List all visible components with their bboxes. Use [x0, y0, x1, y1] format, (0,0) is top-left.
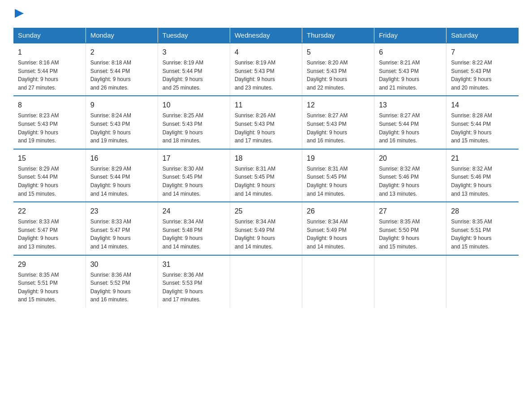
- weekday-header-monday: Monday: [86, 28, 158, 43]
- calendar-cell: [302, 255, 374, 308]
- calendar-cell: 25Sunrise: 8:34 AMSunset: 5:49 PMDayligh…: [230, 202, 302, 255]
- calendar-cell: 11Sunrise: 8:26 AMSunset: 5:43 PMDayligh…: [230, 96, 302, 149]
- calendar-header-row: SundayMondayTuesdayWednesdayThursdayFrid…: [13, 28, 519, 43]
- calendar-week-row: 8Sunrise: 8:23 AMSunset: 5:43 PMDaylight…: [13, 96, 519, 149]
- day-info: Sunrise: 8:27 AMSunset: 5:43 PMDaylight:…: [307, 111, 369, 145]
- weekday-header-sunday: Sunday: [13, 28, 86, 43]
- day-info: Sunrise: 8:26 AMSunset: 5:43 PMDaylight:…: [235, 111, 297, 145]
- day-info: Sunrise: 8:32 AMSunset: 5:46 PMDaylight:…: [379, 165, 442, 198]
- day-number: 6: [379, 47, 442, 58]
- calendar-cell: 23Sunrise: 8:33 AMSunset: 5:47 PMDayligh…: [86, 202, 158, 255]
- day-number: 9: [90, 100, 153, 111]
- calendar-cell: 19Sunrise: 8:31 AMSunset: 5:45 PMDayligh…: [302, 149, 374, 202]
- calendar-cell: [446, 255, 519, 308]
- day-number: 19: [307, 153, 369, 164]
- calendar-cell: 17Sunrise: 8:30 AMSunset: 5:45 PMDayligh…: [158, 149, 230, 202]
- day-number: 26: [307, 206, 369, 217]
- calendar-cell: 3Sunrise: 8:19 AMSunset: 5:44 PMDaylight…: [158, 43, 230, 96]
- day-info: Sunrise: 8:29 AMSunset: 5:44 PMDaylight:…: [18, 165, 81, 198]
- calendar-cell: 21Sunrise: 8:32 AMSunset: 5:46 PMDayligh…: [446, 149, 519, 202]
- calendar-cell: 10Sunrise: 8:25 AMSunset: 5:43 PMDayligh…: [158, 96, 230, 149]
- day-info: Sunrise: 8:32 AMSunset: 5:46 PMDaylight:…: [451, 165, 514, 198]
- day-info: Sunrise: 8:24 AMSunset: 5:43 PMDaylight:…: [90, 111, 153, 145]
- calendar-cell: 2Sunrise: 8:18 AMSunset: 5:44 PMDaylight…: [86, 43, 158, 96]
- day-number: 21: [451, 153, 514, 164]
- day-number: 5: [307, 47, 369, 58]
- calendar-table: SundayMondayTuesdayWednesdayThursdayFrid…: [13, 28, 519, 308]
- day-number: 24: [163, 206, 225, 217]
- calendar-cell: 5Sunrise: 8:20 AMSunset: 5:43 PMDaylight…: [302, 43, 374, 96]
- day-number: 28: [451, 206, 514, 217]
- logo: [13, 9, 25, 20]
- day-info: Sunrise: 8:29 AMSunset: 5:44 PMDaylight:…: [90, 165, 153, 198]
- day-number: 29: [18, 259, 81, 270]
- day-info: Sunrise: 8:19 AMSunset: 5:44 PMDaylight:…: [163, 59, 225, 92]
- calendar-cell: 13Sunrise: 8:27 AMSunset: 5:44 PMDayligh…: [374, 96, 446, 149]
- day-number: 15: [18, 153, 81, 164]
- page-header: [13, 9, 519, 20]
- calendar-cell: 30Sunrise: 8:36 AMSunset: 5:52 PMDayligh…: [86, 255, 158, 308]
- day-info: Sunrise: 8:21 AMSunset: 5:43 PMDaylight:…: [379, 59, 442, 92]
- calendar-cell: 29Sunrise: 8:35 AMSunset: 5:51 PMDayligh…: [13, 255, 86, 308]
- calendar-cell: [374, 255, 446, 308]
- calendar-cell: 24Sunrise: 8:34 AMSunset: 5:48 PMDayligh…: [158, 202, 230, 255]
- calendar-cell: 22Sunrise: 8:33 AMSunset: 5:47 PMDayligh…: [13, 202, 86, 255]
- day-number: 10: [163, 100, 225, 111]
- calendar-cell: 9Sunrise: 8:24 AMSunset: 5:43 PMDaylight…: [86, 96, 158, 149]
- day-info: Sunrise: 8:19 AMSunset: 5:43 PMDaylight:…: [235, 59, 297, 92]
- logo-arrow-icon: [15, 9, 25, 20]
- day-info: Sunrise: 8:23 AMSunset: 5:43 PMDaylight:…: [18, 111, 81, 145]
- calendar-cell: 28Sunrise: 8:35 AMSunset: 5:51 PMDayligh…: [446, 202, 519, 255]
- calendar-cell: 15Sunrise: 8:29 AMSunset: 5:44 PMDayligh…: [13, 149, 86, 202]
- day-number: 16: [90, 153, 153, 164]
- day-number: 14: [451, 100, 514, 111]
- calendar-cell: 16Sunrise: 8:29 AMSunset: 5:44 PMDayligh…: [86, 149, 158, 202]
- calendar-week-row: 29Sunrise: 8:35 AMSunset: 5:51 PMDayligh…: [13, 255, 519, 308]
- svg-marker-0: [15, 9, 24, 18]
- day-info: Sunrise: 8:28 AMSunset: 5:44 PMDaylight:…: [451, 111, 514, 145]
- day-number: 17: [163, 153, 225, 164]
- day-info: Sunrise: 8:31 AMSunset: 5:45 PMDaylight:…: [307, 165, 369, 198]
- day-number: 22: [18, 206, 81, 217]
- weekday-header-thursday: Thursday: [302, 28, 374, 43]
- day-number: 7: [451, 47, 514, 58]
- calendar-cell: 6Sunrise: 8:21 AMSunset: 5:43 PMDaylight…: [374, 43, 446, 96]
- weekday-header-wednesday: Wednesday: [230, 28, 302, 43]
- day-number: 30: [90, 259, 153, 270]
- day-info: Sunrise: 8:22 AMSunset: 5:43 PMDaylight:…: [451, 59, 514, 92]
- calendar-cell: 20Sunrise: 8:32 AMSunset: 5:46 PMDayligh…: [374, 149, 446, 202]
- day-number: 27: [379, 206, 442, 217]
- day-number: 3: [163, 47, 225, 58]
- day-number: 4: [235, 47, 297, 58]
- day-info: Sunrise: 8:16 AMSunset: 5:44 PMDaylight:…: [18, 59, 81, 92]
- day-info: Sunrise: 8:33 AMSunset: 5:47 PMDaylight:…: [90, 218, 153, 251]
- day-info: Sunrise: 8:30 AMSunset: 5:45 PMDaylight:…: [163, 165, 225, 198]
- day-info: Sunrise: 8:35 AMSunset: 5:51 PMDaylight:…: [451, 218, 514, 251]
- calendar-week-row: 22Sunrise: 8:33 AMSunset: 5:47 PMDayligh…: [13, 202, 519, 255]
- calendar-cell: 1Sunrise: 8:16 AMSunset: 5:44 PMDaylight…: [13, 43, 86, 96]
- calendar-week-row: 15Sunrise: 8:29 AMSunset: 5:44 PMDayligh…: [13, 149, 519, 202]
- day-info: Sunrise: 8:34 AMSunset: 5:49 PMDaylight:…: [307, 218, 369, 251]
- day-number: 1: [18, 47, 81, 58]
- day-number: 11: [235, 100, 297, 111]
- day-number: 23: [90, 206, 153, 217]
- calendar-cell: 14Sunrise: 8:28 AMSunset: 5:44 PMDayligh…: [446, 96, 519, 149]
- day-number: 18: [235, 153, 297, 164]
- day-info: Sunrise: 8:36 AMSunset: 5:52 PMDaylight:…: [90, 271, 153, 304]
- calendar-week-row: 1Sunrise: 8:16 AMSunset: 5:44 PMDaylight…: [13, 43, 519, 96]
- day-info: Sunrise: 8:18 AMSunset: 5:44 PMDaylight:…: [90, 59, 153, 92]
- calendar-cell: 12Sunrise: 8:27 AMSunset: 5:43 PMDayligh…: [302, 96, 374, 149]
- day-number: 31: [163, 259, 225, 270]
- day-info: Sunrise: 8:25 AMSunset: 5:43 PMDaylight:…: [163, 111, 225, 145]
- calendar-cell: 4Sunrise: 8:19 AMSunset: 5:43 PMDaylight…: [230, 43, 302, 96]
- calendar-cell: 18Sunrise: 8:31 AMSunset: 5:45 PMDayligh…: [230, 149, 302, 202]
- calendar-cell: 7Sunrise: 8:22 AMSunset: 5:43 PMDaylight…: [446, 43, 519, 96]
- day-number: 2: [90, 47, 153, 58]
- calendar-cell: 8Sunrise: 8:23 AMSunset: 5:43 PMDaylight…: [13, 96, 86, 149]
- day-info: Sunrise: 8:36 AMSunset: 5:53 PMDaylight:…: [163, 271, 225, 304]
- calendar-cell: [230, 255, 302, 308]
- day-number: 25: [235, 206, 297, 217]
- calendar-cell: 31Sunrise: 8:36 AMSunset: 5:53 PMDayligh…: [158, 255, 230, 308]
- day-info: Sunrise: 8:20 AMSunset: 5:43 PMDaylight:…: [307, 59, 369, 92]
- day-info: Sunrise: 8:34 AMSunset: 5:48 PMDaylight:…: [163, 218, 225, 251]
